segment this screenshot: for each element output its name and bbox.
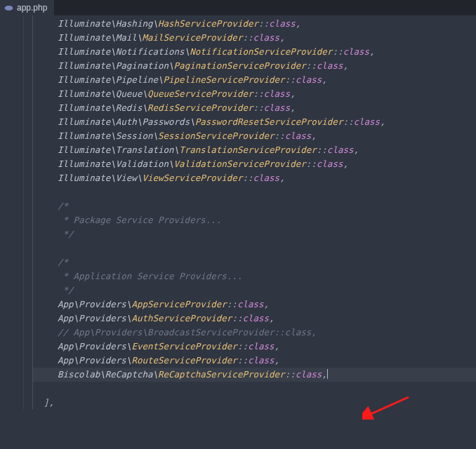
code-line: Illuminate\Mail\MailServiceProvider::cla…: [32, 31, 476, 45]
code-editor[interactable]: Illuminate\Hashing\HashServiceProvider::…: [0, 15, 476, 410]
code-line: Biscolab\ReCaptcha\ReCaptchaServiceProvi…: [32, 368, 476, 382]
code-line: Illuminate\Validation\ValidationServiceP…: [32, 157, 476, 171]
comment-line: * Package Service Providers...: [32, 213, 476, 227]
commented-code-line: // App\Providers\BroadcastServiceProvide…: [32, 326, 476, 340]
code-line: Illuminate\Redis\RedisServiceProvider::c…: [32, 101, 476, 115]
code-line: Illuminate\Pipeline\PipelineServiceProvi…: [32, 73, 476, 87]
code-body: Illuminate\Hashing\HashServiceProvider::…: [0, 17, 476, 410]
tab-app-php[interactable]: app.php: [0, 0, 54, 15]
code-line: Illuminate\Translation\TranslationServic…: [32, 143, 476, 157]
comment-line: * Application Service Providers...: [32, 269, 476, 283]
tab-filename: app.php: [17, 3, 47, 13]
svg-point-0: [5, 5, 13, 10]
comment-line: /*: [32, 255, 476, 269]
code-line: Illuminate\Notifications\NotificationSer…: [32, 45, 476, 59]
close-bracket: ],: [32, 396, 476, 410]
code-line: Illuminate\Auth\Passwords\PasswordResetS…: [32, 115, 476, 129]
gutter: [0, 15, 24, 410]
tab-bar: app.php: [0, 0, 476, 15]
code-line: App\Providers\AppServiceProvider::class,: [32, 297, 476, 311]
blank-line: [32, 382, 476, 396]
code-line: Illuminate\Queue\QueueServiceProvider::c…: [32, 87, 476, 101]
indent-guide: [32, 15, 33, 410]
comment-line: */: [32, 283, 476, 297]
code-line: Illuminate\Session\SessionServiceProvide…: [32, 129, 476, 143]
code-line: App\Providers\EventServiceProvider::clas…: [32, 340, 476, 354]
blank-line: [32, 185, 476, 199]
code-line: Illuminate\Hashing\HashServiceProvider::…: [32, 17, 476, 31]
code-line: App\Providers\RouteServiceProvider::clas…: [32, 354, 476, 368]
comment-line: */: [32, 227, 476, 241]
code-line: App\Providers\AuthServiceProvider::class…: [32, 311, 476, 326]
comment-line: /*: [32, 199, 476, 213]
php-file-icon: [4, 4, 13, 13]
code-line: Illuminate\View\ViewServiceProvider::cla…: [32, 171, 476, 185]
blank-line: [32, 241, 476, 255]
code-line: Illuminate\Pagination\PaginationServiceP…: [32, 59, 476, 73]
